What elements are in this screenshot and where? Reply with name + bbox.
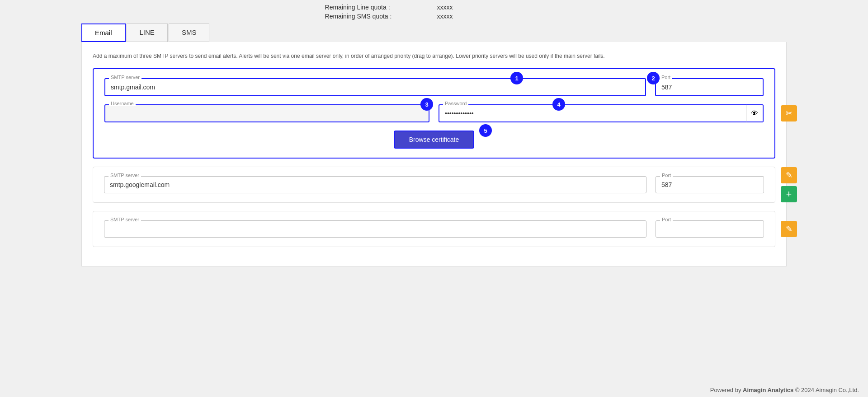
step-badge-2: 2 xyxy=(647,72,660,84)
password-input-1[interactable] xyxy=(439,104,746,122)
port-label-1: Port xyxy=(660,75,672,80)
smtp-server-input-1[interactable] xyxy=(104,78,646,96)
port-input-3[interactable] xyxy=(656,220,764,238)
tab-email[interactable]: Email xyxy=(81,23,126,42)
line-quota-value: xxxxx xyxy=(437,4,453,11)
browse-certificate-btn[interactable]: Browse certificate xyxy=(394,131,474,149)
smtp-server-input-3[interactable] xyxy=(104,220,646,238)
smtp-card-2: SMTP server Port xyxy=(93,167,775,203)
scissors-icon: ✂ xyxy=(786,108,793,118)
pencil-icon-2: ✎ xyxy=(786,170,793,180)
smtp-server-label-1: SMTP server xyxy=(109,75,142,80)
username-label-1: Username xyxy=(109,101,136,106)
sms-quota-label: Remaining SMS quota : xyxy=(325,13,392,20)
username-input-1[interactable] xyxy=(104,104,429,122)
smtp-card-2-edit-btn[interactable]: ✎ xyxy=(781,167,797,183)
smtp-server-input-2[interactable] xyxy=(104,176,646,193)
smtp-card-2-add-btn[interactable]: + xyxy=(781,186,797,202)
port-input-2[interactable] xyxy=(656,176,764,193)
step-badge-4: 4 xyxy=(552,98,565,111)
tab-line[interactable]: LINE xyxy=(127,23,168,42)
step-badge-5: 5 xyxy=(479,124,492,137)
pencil-icon-3: ✎ xyxy=(786,224,793,234)
eye-icon: 👁 xyxy=(751,109,758,117)
tab-sms[interactable]: SMS xyxy=(169,23,210,42)
description-text: Add a maximum of three SMTP servers to s… xyxy=(93,53,775,59)
step-badge-3: 3 xyxy=(420,98,433,111)
port-label-2: Port xyxy=(660,173,673,178)
smtp-server-label-2: SMTP server xyxy=(108,173,141,178)
brand-name: Aimagin Analytics xyxy=(743,387,793,393)
footer: Powered by Aimagin Analytics © 2024 Aima… xyxy=(701,383,868,397)
smtp-card-3-edit-btn[interactable]: ✎ xyxy=(781,221,797,237)
step-badge-1: 1 xyxy=(510,72,523,84)
port-input-1[interactable] xyxy=(655,78,764,96)
sms-quota-value: xxxxx xyxy=(437,13,453,20)
password-toggle-btn[interactable]: 👁 xyxy=(746,104,764,122)
smtp-card-3: SMTP server Port xyxy=(93,211,775,247)
plus-icon-2: + xyxy=(786,188,792,200)
password-label-1: Password xyxy=(443,101,468,106)
port-label-3: Port xyxy=(660,217,673,222)
smtp-server-label-3: SMTP server xyxy=(108,217,141,222)
line-quota-label: Remaining Line quota : xyxy=(325,4,392,11)
smtp-card-1-action-btn[interactable]: ✂ xyxy=(781,105,797,121)
smtp-card-1: SMTP server 1 Port 2 xyxy=(93,68,775,159)
